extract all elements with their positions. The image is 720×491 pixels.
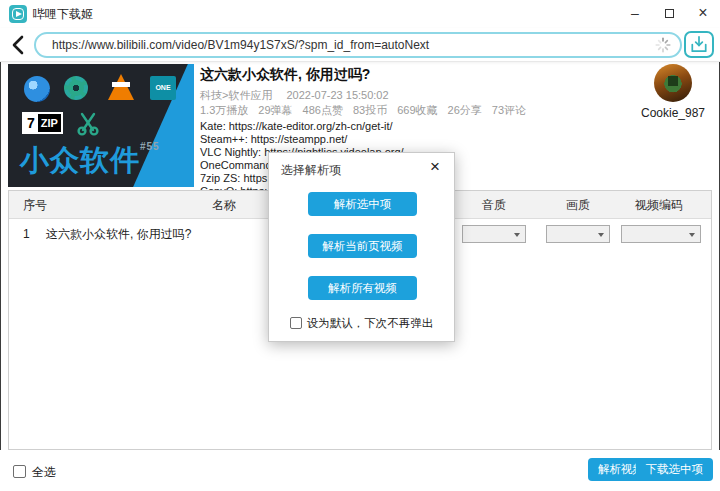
parse-options-dialog: 选择解析项 × 解析选中项 解析当前页视频 解析所有视频 设为默认，下次不再弹出 — [268, 152, 455, 342]
kate-app-icon — [24, 76, 50, 102]
set-default-control[interactable]: 设为默认，下次不再弹出 — [269, 316, 454, 331]
header-video-quality: 画质 — [546, 191, 610, 219]
video-thumbnail: ONE 7ZIP 小众软件#55 — [8, 64, 194, 187]
stat-favorites: 669收藏 — [397, 104, 437, 116]
onecommander-icon: ONE — [150, 76, 176, 100]
description-line: Steam++: https://steampp.net/ — [200, 133, 423, 146]
nav-bar: https://www.bilibili.com/video/BV1m94y1S… — [0, 28, 720, 62]
stat-comments: 73评论 — [492, 104, 526, 116]
gear-icon — [64, 76, 88, 100]
download-folder-button[interactable] — [684, 31, 714, 58]
video-meta: 科技>软件应用2022-07-23 15:50:02 — [200, 88, 403, 103]
header-video-codec: 视频编码 — [616, 191, 702, 219]
parse-all-videos-button[interactable]: 解析所有视频 — [308, 276, 417, 300]
footer-bar: 全选 解析视频 下载选中项 — [0, 450, 720, 491]
select-all-control[interactable]: 全选 — [13, 464, 56, 481]
set-default-checkbox[interactable] — [290, 317, 302, 329]
row-name: 这六款小众软件, 你用过吗? — [46, 223, 191, 245]
header-audio-quality: 音质 — [462, 191, 526, 219]
parse-selected-button[interactable]: 解析选中项 — [308, 192, 417, 216]
video-datetime: 2022-07-23 15:50:02 — [286, 89, 388, 101]
stat-plays: 1.3万播放 — [200, 104, 248, 116]
maximize-button[interactable] — [652, 0, 686, 28]
7zip-badge: 7ZIP — [22, 112, 63, 134]
thumbnail-title: 小众软件#55 — [20, 141, 160, 181]
uploader-avatar[interactable] — [654, 64, 692, 102]
stat-likes: 486点赞 — [303, 104, 343, 116]
url-bar[interactable]: https://www.bilibili.com/video/BV1m94y1S… — [34, 32, 682, 58]
parse-current-page-button[interactable]: 解析当前页视频 — [308, 234, 417, 258]
chevron-left-icon — [8, 33, 30, 57]
vlc-cone-stripe — [112, 82, 130, 87]
maximize-icon — [665, 9, 674, 18]
row-index: 1 — [23, 223, 30, 245]
video-codec-select[interactable] — [621, 225, 701, 243]
scissors-icon — [74, 108, 102, 136]
stat-shares: 26分享 — [448, 104, 482, 116]
audio-quality-select[interactable] — [462, 225, 526, 243]
play-icon — [16, 11, 22, 17]
download-selected-button[interactable]: 下载选中项 — [636, 458, 714, 481]
video-title: 这六款小众软件, 你用过吗? — [200, 66, 370, 84]
description-line: Kate: https://kate-editor.org/zh-cn/get-… — [200, 120, 423, 133]
thumbnail-episode-tag: #55 — [140, 141, 160, 152]
set-default-label: 设为默认，下次不再弹出 — [307, 317, 434, 329]
loading-spinner-icon — [654, 36, 672, 54]
video-category: 科技>软件应用 — [200, 89, 272, 101]
video-quality-select[interactable] — [546, 225, 610, 243]
stat-danmaku: 29弹幕 — [258, 104, 292, 116]
dialog-close-button[interactable]: × — [426, 157, 444, 177]
dialog-title: 选择解析项 — [281, 162, 341, 179]
app-window: 哔哩下载姬 – × https://www.bilibili.com/video… — [0, 0, 720, 491]
stat-coins: 83投币 — [353, 104, 387, 116]
url-text[interactable]: https://www.bilibili.com/video/BV1m94y1S… — [52, 34, 429, 56]
uploader-name: Cookie_987 — [634, 106, 712, 120]
title-bar: 哔哩下载姬 – × — [0, 0, 720, 28]
app-logo-icon — [9, 5, 27, 23]
app-title: 哔哩下载姬 — [33, 0, 93, 28]
close-button[interactable]: × — [686, 0, 720, 28]
vlc-cone-icon — [108, 74, 134, 100]
select-all-label: 全选 — [32, 465, 56, 479]
back-button[interactable] — [8, 33, 30, 57]
select-all-checkbox[interactable] — [13, 465, 26, 478]
minimize-button[interactable]: – — [618, 0, 652, 28]
header-index: 序号 — [23, 191, 47, 219]
video-stats: 1.3万播放29弹幕486点赞83投币669收藏26分享73评论 — [200, 103, 536, 118]
download-to-folder-icon — [686, 33, 712, 56]
